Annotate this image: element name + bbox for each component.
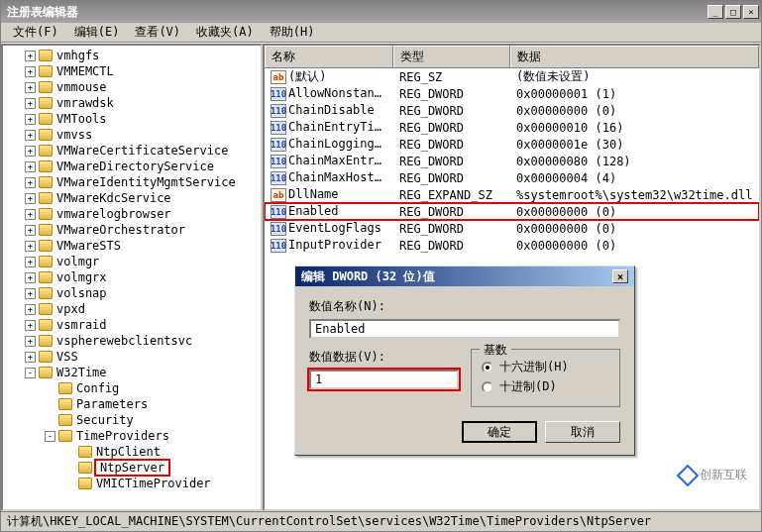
tree-item[interactable]: +vsmraid xyxy=(25,317,259,333)
list-row[interactable]: 110ChainEntryTimeoutREG_DWORD0x00000010 … xyxy=(265,119,759,136)
tree-item[interactable]: +vmmouse xyxy=(25,79,259,95)
tree-item[interactable]: +volmgrx xyxy=(25,269,259,285)
expand-icon[interactable]: + xyxy=(25,177,36,188)
tree-item[interactable]: +VMwareSTS xyxy=(25,238,259,254)
tree-label[interactable]: VSS xyxy=(54,350,80,364)
list-row[interactable]: 110ChainDisableREG_DWORD0x00000000 (0) xyxy=(265,102,759,119)
tree-label[interactable]: vmhgfs xyxy=(54,49,101,62)
expand-icon[interactable]: + xyxy=(25,130,36,141)
expand-icon[interactable]: + xyxy=(25,336,36,347)
header-name[interactable]: 名称 xyxy=(265,46,393,67)
expand-icon[interactable]: + xyxy=(25,241,36,252)
tree-item[interactable]: +vpxd xyxy=(25,301,259,317)
name-input[interactable] xyxy=(309,319,620,339)
radio-dec-row[interactable]: 十进制(D) xyxy=(482,378,609,395)
tree-item[interactable]: NtpServer xyxy=(64,460,259,476)
tree-item[interactable]: +vmwarelogbrowser xyxy=(25,206,259,222)
data-input[interactable] xyxy=(309,370,459,389)
list-row[interactable]: 110AllowNonstandar...REG_DWORD0x00000001… xyxy=(265,85,759,102)
expand-icon[interactable]: + xyxy=(25,114,36,125)
tree-label[interactable]: VMMEMCTL xyxy=(54,64,116,78)
radio-dec[interactable] xyxy=(482,381,493,393)
tree-label[interactable]: Parameters xyxy=(74,397,150,411)
list-row[interactable]: abDllNameREG_EXPAND_SZ%systemroot%\syste… xyxy=(265,186,759,203)
menu-help[interactable]: 帮助(H) xyxy=(262,22,323,43)
expand-icon[interactable]: + xyxy=(25,257,36,267)
tree-label[interactable]: VMwareDirectoryService xyxy=(54,160,216,173)
expand-icon[interactable]: + xyxy=(25,352,36,363)
tree-label[interactable]: VMwareIdentityMgmtService xyxy=(54,175,238,189)
tree-label[interactable]: VMwareSTS xyxy=(54,239,123,253)
collapse-icon[interactable]: - xyxy=(25,368,36,378)
dialog-close-button[interactable]: × xyxy=(612,269,628,283)
tree-label[interactable]: VMwareOrchestrator xyxy=(54,223,187,237)
tree-label[interactable]: volmgr xyxy=(54,255,101,268)
tree-label[interactable]: vmvss xyxy=(54,128,94,142)
maximize-button[interactable]: □ xyxy=(725,5,741,19)
list-row[interactable]: 110ChainMaxEntriesREG_DWORD0x00000080 (1… xyxy=(265,153,759,169)
cancel-button[interactable]: 取消 xyxy=(545,421,620,443)
expand-icon[interactable]: + xyxy=(25,161,36,172)
tree-label[interactable]: volmgrx xyxy=(54,270,109,284)
menu-file[interactable]: 文件(F) xyxy=(5,22,66,43)
menu-view[interactable]: 查看(V) xyxy=(127,22,188,43)
tree-label[interactable]: vpxd xyxy=(54,302,87,316)
tree-label[interactable]: vmwarelogbrowser xyxy=(54,207,173,221)
expand-icon[interactable]: + xyxy=(25,66,36,77)
expand-icon[interactable]: + xyxy=(25,193,36,204)
tree-label[interactable]: volsnap xyxy=(54,286,109,300)
tree-item[interactable]: +VMTools xyxy=(25,111,259,127)
close-button[interactable]: × xyxy=(743,5,759,19)
tree-item[interactable]: +vspherewebclientsvc xyxy=(25,333,259,349)
tree-item[interactable]: Parameters xyxy=(45,396,259,412)
radio-hex-row[interactable]: 十六进制(H) xyxy=(482,359,609,375)
tree-label[interactable]: NtpClient xyxy=(94,445,163,459)
tree-label[interactable]: VMTools xyxy=(54,112,109,126)
tree-item[interactable]: +vmrawdsk xyxy=(25,95,259,111)
tree-label[interactable]: W32Time xyxy=(54,366,109,379)
tree-item[interactable]: +VMWareCertificateService xyxy=(25,143,259,159)
list-row[interactable]: 110ChainLoggingRateREG_DWORD0x0000001e (… xyxy=(265,136,759,153)
tree-label[interactable]: vspherewebclientsvc xyxy=(54,334,194,348)
expand-icon[interactable]: + xyxy=(25,320,36,331)
tree-item[interactable]: -TimeProviders xyxy=(45,428,259,444)
ok-button[interactable]: 确定 xyxy=(462,421,537,443)
list-row[interactable]: 110ChainMaxHostEnt...REG_DWORD0x00000004… xyxy=(265,169,759,186)
tree-label[interactable]: NtpServer xyxy=(94,459,170,477)
tree-label[interactable]: Security xyxy=(74,413,136,427)
header-type[interactable]: 类型 xyxy=(393,46,510,67)
tree-label[interactable]: VMICTimeProvider xyxy=(94,477,213,490)
collapse-icon[interactable]: - xyxy=(45,431,55,442)
expand-icon[interactable]: + xyxy=(25,51,36,61)
tree-item[interactable]: +VMwareIdentityMgmtService xyxy=(25,174,259,190)
expand-icon[interactable]: + xyxy=(25,146,36,157)
tree-item[interactable]: +VMwareKdcService xyxy=(25,190,259,206)
tree-item[interactable]: NtpClient xyxy=(64,444,259,460)
tree-item[interactable]: VMICTimeProvider xyxy=(64,476,259,491)
tree-panel[interactable]: +vmhgfs+VMMEMCTL+vmmouse+vmrawdsk+VMTool… xyxy=(1,44,263,511)
radio-hex[interactable] xyxy=(482,362,493,373)
tree-item[interactable]: Security xyxy=(45,412,259,428)
tree-label[interactable]: VMwareKdcService xyxy=(54,191,173,205)
tree-item[interactable]: +vmhgfs xyxy=(25,48,259,63)
expand-icon[interactable]: + xyxy=(25,225,36,236)
expand-icon[interactable]: + xyxy=(25,98,36,109)
tree-label[interactable]: vsmraid xyxy=(54,318,109,332)
expand-icon[interactable]: + xyxy=(25,304,36,315)
list-row[interactable]: ab(默认)REG_SZ(数值未设置) xyxy=(265,68,759,85)
tree-item[interactable]: +vmvss xyxy=(25,127,259,143)
menu-favorites[interactable]: 收藏夹(A) xyxy=(188,22,262,43)
list-row[interactable]: 110EventLogFlagsREG_DWORD0x00000000 (0) xyxy=(265,220,759,237)
tree-item[interactable]: +VSS xyxy=(25,349,259,365)
tree-label[interactable]: vmmouse xyxy=(54,80,109,94)
menu-edit[interactable]: 编辑(E) xyxy=(66,22,128,43)
tree-label[interactable]: VMWareCertificateService xyxy=(54,144,230,158)
tree-label[interactable]: vmrawdsk xyxy=(54,96,116,110)
tree-item[interactable]: +VMMEMCTL xyxy=(25,63,259,79)
tree-item[interactable]: Config xyxy=(45,380,259,396)
header-data[interactable]: 数据 xyxy=(510,46,759,67)
tree-item[interactable]: +VMwareDirectoryService xyxy=(25,159,259,174)
list-row[interactable]: 110EnabledREG_DWORD0x00000000 (0) xyxy=(265,203,759,220)
minimize-button[interactable]: _ xyxy=(708,5,723,19)
expand-icon[interactable]: + xyxy=(25,82,36,93)
